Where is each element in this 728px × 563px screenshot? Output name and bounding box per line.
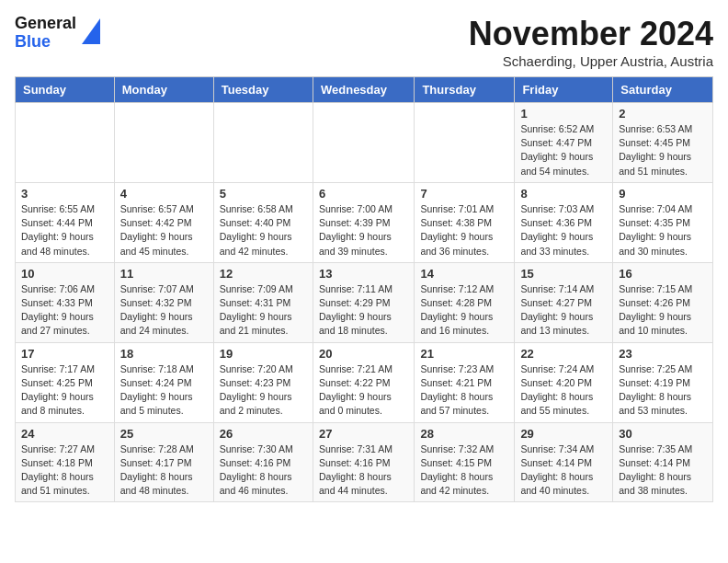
day-cell-13: 13Sunrise: 7:11 AM Sunset: 4:29 PM Dayli… [313, 262, 414, 342]
day-cell-8: 8Sunrise: 7:03 AM Sunset: 4:36 PM Daylig… [515, 182, 613, 262]
weekday-header-monday: Monday [114, 77, 213, 103]
day-info-26: Sunrise: 7:30 AM Sunset: 4:16 PM Dayligh… [220, 442, 307, 499]
title-area: November 2024 Schaerding, Upper Austria,… [469, 15, 713, 69]
day-cell-10: 10Sunrise: 7:06 AM Sunset: 4:33 PM Dayli… [16, 262, 115, 342]
day-number-5: 5 [220, 187, 307, 201]
day-info-24: Sunrise: 7:27 AM Sunset: 4:18 PM Dayligh… [21, 442, 108, 499]
day-number-27: 27 [319, 427, 408, 441]
day-number-6: 6 [319, 187, 408, 201]
day-info-16: Sunrise: 7:15 AM Sunset: 4:26 PM Dayligh… [619, 282, 707, 339]
empty-cell [313, 103, 414, 183]
day-number-3: 3 [21, 187, 108, 201]
day-number-19: 19 [220, 347, 307, 361]
month-title: November 2024 [469, 15, 713, 53]
day-number-16: 16 [619, 267, 707, 281]
day-cell-24: 24Sunrise: 7:27 AM Sunset: 4:18 PM Dayli… [16, 422, 115, 502]
day-info-3: Sunrise: 6:55 AM Sunset: 4:44 PM Dayligh… [21, 202, 108, 259]
day-cell-25: 25Sunrise: 7:28 AM Sunset: 4:17 PM Dayli… [114, 422, 213, 502]
weekday-header-wednesday: Wednesday [313, 77, 414, 103]
day-cell-22: 22Sunrise: 7:24 AM Sunset: 4:20 PM Dayli… [515, 342, 613, 422]
logo-blue: Blue [15, 33, 76, 52]
header: General Blue November 2024 Schaerding, U… [15, 15, 713, 69]
week-row-2: 3Sunrise: 6:55 AM Sunset: 4:44 PM Daylig… [16, 182, 713, 262]
day-cell-12: 12Sunrise: 7:09 AM Sunset: 4:31 PM Dayli… [213, 262, 313, 342]
day-number-11: 11 [120, 267, 208, 281]
weekday-header-row: SundayMondayTuesdayWednesdayThursdayFrid… [16, 77, 713, 103]
svg-marker-0 [82, 18, 100, 44]
day-number-12: 12 [220, 267, 307, 281]
week-row-4: 17Sunrise: 7:17 AM Sunset: 4:25 PM Dayli… [16, 342, 713, 422]
day-info-6: Sunrise: 7:00 AM Sunset: 4:39 PM Dayligh… [319, 202, 408, 259]
empty-cell [213, 103, 313, 183]
day-info-14: Sunrise: 7:12 AM Sunset: 4:28 PM Dayligh… [420, 282, 508, 339]
day-number-10: 10 [21, 267, 108, 281]
week-row-5: 24Sunrise: 7:27 AM Sunset: 4:18 PM Dayli… [16, 422, 713, 502]
day-number-23: 23 [619, 347, 707, 361]
day-cell-28: 28Sunrise: 7:32 AM Sunset: 4:15 PM Dayli… [415, 422, 515, 502]
day-cell-30: 30Sunrise: 7:35 AM Sunset: 4:14 PM Dayli… [613, 422, 713, 502]
day-cell-29: 29Sunrise: 7:34 AM Sunset: 4:14 PM Dayli… [515, 422, 613, 502]
day-number-20: 20 [319, 347, 408, 361]
day-cell-23: 23Sunrise: 7:25 AM Sunset: 4:19 PM Dayli… [613, 342, 713, 422]
day-cell-2: 2Sunrise: 6:53 AM Sunset: 4:45 PM Daylig… [613, 103, 713, 183]
day-info-27: Sunrise: 7:31 AM Sunset: 4:16 PM Dayligh… [319, 442, 408, 499]
day-cell-7: 7Sunrise: 7:01 AM Sunset: 4:38 PM Daylig… [415, 182, 515, 262]
weekday-header-tuesday: Tuesday [213, 77, 313, 103]
day-info-30: Sunrise: 7:35 AM Sunset: 4:14 PM Dayligh… [619, 442, 707, 499]
day-cell-11: 11Sunrise: 7:07 AM Sunset: 4:32 PM Dayli… [114, 262, 213, 342]
empty-cell [114, 103, 213, 183]
day-number-7: 7 [420, 187, 508, 201]
day-cell-6: 6Sunrise: 7:00 AM Sunset: 4:39 PM Daylig… [313, 182, 414, 262]
day-cell-27: 27Sunrise: 7:31 AM Sunset: 4:16 PM Dayli… [313, 422, 414, 502]
day-cell-17: 17Sunrise: 7:17 AM Sunset: 4:25 PM Dayli… [16, 342, 115, 422]
day-info-2: Sunrise: 6:53 AM Sunset: 4:45 PM Dayligh… [619, 122, 707, 178]
day-number-18: 18 [120, 347, 208, 361]
logo-general: General [15, 15, 76, 33]
day-cell-1: 1Sunrise: 6:52 AM Sunset: 4:47 PM Daylig… [515, 103, 613, 183]
day-info-12: Sunrise: 7:09 AM Sunset: 4:31 PM Dayligh… [220, 282, 307, 339]
weekday-header-thursday: Thursday [415, 77, 515, 103]
day-info-23: Sunrise: 7:25 AM Sunset: 4:19 PM Dayligh… [619, 362, 707, 419]
week-row-3: 10Sunrise: 7:06 AM Sunset: 4:33 PM Dayli… [16, 262, 713, 342]
day-info-13: Sunrise: 7:11 AM Sunset: 4:29 PM Dayligh… [319, 282, 408, 339]
day-cell-14: 14Sunrise: 7:12 AM Sunset: 4:28 PM Dayli… [415, 262, 515, 342]
day-info-9: Sunrise: 7:04 AM Sunset: 4:35 PM Dayligh… [619, 202, 707, 259]
empty-cell [415, 103, 515, 183]
day-number-2: 2 [619, 107, 707, 121]
day-info-7: Sunrise: 7:01 AM Sunset: 4:38 PM Dayligh… [420, 202, 508, 259]
day-number-9: 9 [619, 187, 707, 201]
day-cell-26: 26Sunrise: 7:30 AM Sunset: 4:16 PM Dayli… [213, 422, 313, 502]
day-number-8: 8 [520, 187, 607, 201]
day-number-29: 29 [520, 427, 607, 441]
day-number-17: 17 [21, 347, 108, 361]
day-number-14: 14 [420, 267, 508, 281]
day-info-15: Sunrise: 7:14 AM Sunset: 4:27 PM Dayligh… [520, 282, 607, 339]
day-number-13: 13 [319, 267, 408, 281]
logo: General Blue [15, 15, 100, 52]
day-number-24: 24 [21, 427, 108, 441]
day-cell-4: 4Sunrise: 6:57 AM Sunset: 4:42 PM Daylig… [114, 182, 213, 262]
day-number-30: 30 [619, 427, 707, 441]
day-cell-16: 16Sunrise: 7:15 AM Sunset: 4:26 PM Dayli… [613, 262, 713, 342]
day-info-1: Sunrise: 6:52 AM Sunset: 4:47 PM Dayligh… [520, 122, 607, 178]
day-number-4: 4 [120, 187, 208, 201]
weekday-header-friday: Friday [515, 77, 613, 103]
day-cell-5: 5Sunrise: 6:58 AM Sunset: 4:40 PM Daylig… [213, 182, 313, 262]
day-info-8: Sunrise: 7:03 AM Sunset: 4:36 PM Dayligh… [520, 202, 607, 259]
day-number-21: 21 [420, 347, 508, 361]
day-info-11: Sunrise: 7:07 AM Sunset: 4:32 PM Dayligh… [120, 282, 208, 339]
day-info-22: Sunrise: 7:24 AM Sunset: 4:20 PM Dayligh… [520, 362, 607, 419]
day-cell-18: 18Sunrise: 7:18 AM Sunset: 4:24 PM Dayli… [114, 342, 213, 422]
day-cell-15: 15Sunrise: 7:14 AM Sunset: 4:27 PM Dayli… [515, 262, 613, 342]
day-cell-9: 9Sunrise: 7:04 AM Sunset: 4:35 PM Daylig… [613, 182, 713, 262]
logo-icon [82, 18, 100, 44]
day-info-4: Sunrise: 6:57 AM Sunset: 4:42 PM Dayligh… [120, 202, 208, 259]
day-info-18: Sunrise: 7:18 AM Sunset: 4:24 PM Dayligh… [120, 362, 208, 419]
empty-cell [16, 103, 115, 183]
weekday-header-sunday: Sunday [16, 77, 115, 103]
day-number-22: 22 [520, 347, 607, 361]
calendar: SundayMondayTuesdayWednesdayThursdayFrid… [15, 76, 713, 502]
day-cell-3: 3Sunrise: 6:55 AM Sunset: 4:44 PM Daylig… [16, 182, 115, 262]
day-info-19: Sunrise: 7:20 AM Sunset: 4:23 PM Dayligh… [220, 362, 307, 419]
day-number-28: 28 [420, 427, 508, 441]
